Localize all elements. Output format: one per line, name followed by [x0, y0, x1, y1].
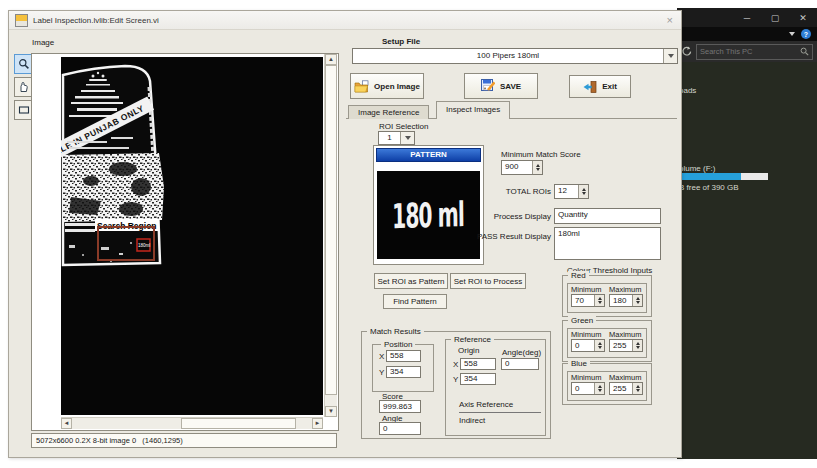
green-max-field[interactable]: 255: [609, 339, 643, 352]
spinner[interactable]: [532, 161, 542, 174]
position-y-field[interactable]: 354: [386, 366, 421, 378]
roi-selection-label: ROI Selection: [379, 122, 428, 131]
origin-y-field[interactable]: 354: [460, 373, 496, 385]
blue-max-field[interactable]: 255: [609, 382, 643, 395]
exit-door-icon: [583, 81, 597, 93]
spinner[interactable]: [632, 383, 642, 394]
maximum-label: Maximum: [609, 330, 643, 339]
explorer-ribbon-row: ?: [677, 27, 817, 41]
spinner[interactable]: [594, 383, 604, 394]
spin-down-icon[interactable]: [598, 301, 602, 304]
maximize-button[interactable]: ▢: [761, 8, 789, 27]
explorer-window: ─ ▢ ✕ ? oads olume (F:) B: [677, 8, 817, 459]
angle-field[interactable]: 0: [379, 422, 421, 435]
scroll-down-icon[interactable]: ▼: [325, 406, 337, 417]
angle-deg-field[interactable]: 0: [501, 358, 539, 370]
tab-image-reference[interactable]: Image Reference: [348, 105, 429, 119]
set-roi-as-pattern-button[interactable]: Set ROI as Pattern: [374, 273, 448, 289]
spin-down-icon[interactable]: [636, 389, 640, 392]
green-min-field[interactable]: 0: [571, 339, 605, 352]
explorer-volume-label[interactable]: olume (F:): [679, 164, 715, 173]
dropdown-arrow[interactable]: [400, 132, 414, 144]
blue-max-value[interactable]: 255: [610, 383, 632, 394]
pass-result-label: PASS Result Display: [451, 232, 551, 241]
spin-up-icon[interactable]: [636, 297, 640, 300]
minimize-button[interactable]: ─: [733, 8, 761, 27]
hand-icon: [18, 81, 30, 93]
help-icon[interactable]: ?: [801, 29, 811, 39]
min-match-score-field[interactable]: 900: [501, 160, 543, 175]
spinner[interactable]: [632, 340, 642, 351]
green-min-value[interactable]: 0: [572, 340, 594, 351]
search-box[interactable]: [696, 44, 813, 60]
red-group-label: Red: [568, 271, 589, 280]
refresh-icon[interactable]: [681, 46, 692, 57]
rectangle-icon: [18, 104, 30, 116]
save-button[interactable]: SAVE: [464, 73, 538, 99]
set-roi-to-process-button[interactable]: Set ROI to Process: [450, 273, 526, 289]
process-display-field[interactable]: Quantity: [554, 208, 661, 224]
spin-up-icon[interactable]: [598, 297, 602, 300]
min-match-score-value[interactable]: 900: [502, 161, 532, 174]
roi-selection-dropdown[interactable]: 1: [378, 131, 415, 145]
horizontal-scroll-thumb[interactable]: [181, 418, 296, 429]
image-canvas[interactable]: SALE IN PUNJAB ONLY: [61, 57, 323, 415]
explorer-volume-free: B free of 390 GB: [679, 183, 739, 192]
tab-inspect-images[interactable]: Inspect Images: [436, 101, 510, 119]
red-min-value[interactable]: 70: [572, 295, 594, 306]
red-max-field[interactable]: 180: [609, 294, 643, 307]
minimum-label: Minimum: [571, 373, 605, 382]
total-rois-value[interactable]: 12: [555, 185, 578, 198]
position-x-field[interactable]: 558: [386, 350, 421, 362]
position-label: Position: [381, 340, 415, 349]
angle-deg-label: Angle(deg): [502, 348, 541, 357]
vertical-scroll-thumb[interactable]: [325, 65, 337, 395]
chevron-down-icon: [405, 136, 411, 140]
disk-usage-fill: [677, 173, 741, 180]
search-input[interactable]: [700, 47, 800, 56]
scroll-up-icon[interactable]: ▲: [325, 54, 337, 65]
origin-x-label: X: [453, 360, 458, 369]
score-field[interactable]: 999.863: [379, 400, 421, 413]
green-max-value[interactable]: 255: [610, 340, 632, 351]
exit-button[interactable]: Exit: [569, 75, 631, 98]
spinner[interactable]: [594, 295, 604, 306]
spin-up-icon[interactable]: [582, 188, 586, 191]
chevron-down-icon[interactable]: [789, 32, 795, 36]
spin-down-icon[interactable]: [598, 389, 602, 392]
origin-x-field[interactable]: 558: [460, 358, 496, 370]
spin-up-icon[interactable]: [598, 342, 602, 345]
red-max-value[interactable]: 180: [610, 295, 632, 306]
scroll-left-icon[interactable]: ◄: [61, 418, 72, 429]
red-min-field[interactable]: 70: [571, 294, 605, 307]
horizontal-scrollbar[interactable]: ◄ ►: [61, 417, 323, 429]
scroll-right-icon[interactable]: ►: [312, 418, 323, 429]
pass-result-field[interactable]: 180ml: [554, 227, 661, 260]
spin-down-icon[interactable]: [598, 346, 602, 349]
close-icon[interactable]: ×: [665, 15, 675, 26]
spin-down-icon[interactable]: [636, 301, 640, 304]
close-button[interactable]: ✕: [789, 8, 817, 27]
spin-up-icon[interactable]: [636, 385, 640, 388]
vertical-scrollbar[interactable]: ▲ ▼: [324, 54, 337, 417]
total-rois-field[interactable]: 12: [554, 184, 589, 199]
dropdown-arrow[interactable]: [663, 49, 677, 63]
spinner[interactable]: [594, 340, 604, 351]
spin-down-icon[interactable]: [636, 346, 640, 349]
blue-min-field[interactable]: 0: [571, 382, 605, 395]
labview-titlebar[interactable]: Label Inspection.lvlib:Edit Screen.vi ×: [9, 11, 681, 30]
spin-up-icon[interactable]: [636, 342, 640, 345]
blue-min-value[interactable]: 0: [572, 383, 594, 394]
roi-selection-value: 1: [379, 132, 400, 144]
spin-down-icon[interactable]: [536, 168, 540, 171]
spin-up-icon[interactable]: [536, 164, 540, 167]
spinner[interactable]: [632, 295, 642, 306]
spin-up-icon[interactable]: [598, 385, 602, 388]
find-pattern-button[interactable]: Find Pattern: [383, 294, 447, 309]
spinner[interactable]: [578, 185, 588, 198]
open-image-button[interactable]: Open Image: [350, 73, 424, 99]
roi-rect-tag: 180ml: [138, 243, 150, 248]
blue-threshold-group: Blue Minimum Maximum 0 255: [562, 363, 652, 405]
setup-file-dropdown[interactable]: 100 Pipers 180ml: [352, 48, 678, 64]
spin-down-icon[interactable]: [582, 192, 586, 195]
